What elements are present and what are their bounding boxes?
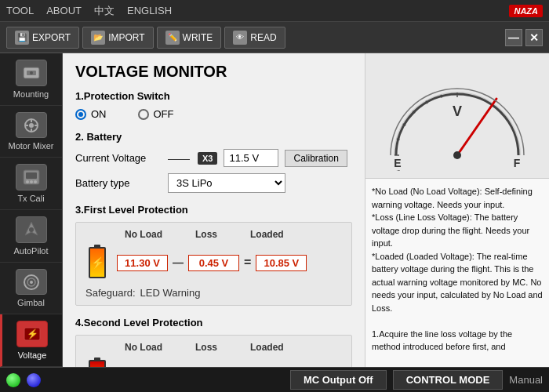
menu-about[interactable]: ABOUT <box>46 5 82 16</box>
radio-on-circle[interactable] <box>75 109 86 120</box>
export-button[interactable]: 💾 EXPORT <box>6 27 79 49</box>
sidebar-item-mounting[interactable]: Mounting <box>0 53 62 106</box>
battery-type-row: Battery type 3S LiPo <box>75 173 352 193</box>
voltage-gauge: V E F <box>379 61 536 171</box>
toolbar: 💾 EXPORT 📂 IMPORT ✏️ WRITE 👁 READ — ✕ <box>0 22 549 53</box>
battery-icon-1: ⚡ <box>85 243 109 282</box>
section3-title: 3.First Level Protection <box>75 204 352 216</box>
x3-badge: X3 <box>198 152 217 165</box>
section-battery: 2. Battery Current Voltage —— X3 Calibra… <box>75 131 352 193</box>
menu-chinese[interactable]: 中文 <box>94 4 115 18</box>
page-title: VOLTAGE MONITOR <box>75 63 352 81</box>
battery-type-select[interactable]: 3S LiPo <box>168 173 285 193</box>
safeguard-value-1: LED Warning <box>140 287 201 299</box>
svg-rect-10 <box>26 172 37 179</box>
second-prot-values: ⚡ 11.10 V — 0.45 V = 10.65 V <box>85 356 342 367</box>
battery-icon-2: ⚡ <box>85 356 109 367</box>
loss-header-2: Loss <box>195 342 250 353</box>
sidebar-motor-mixer-label: Motor Mixer <box>8 141 53 151</box>
svg-line-34 <box>457 99 496 155</box>
sidebar-gimbal-label: Gimbal <box>17 298 45 307</box>
naza-logo: NAZA <box>509 5 543 17</box>
loss-header-1: Loss <box>195 229 250 240</box>
svg-point-4 <box>29 123 34 128</box>
autopilot-icon <box>16 216 47 243</box>
close-button[interactable]: ✕ <box>525 29 543 46</box>
sidebar-voltage-label: Voltage <box>18 350 47 360</box>
radio-group: ON OFF <box>75 108 352 120</box>
no-load-header-2: No Load <box>125 342 195 353</box>
sidebar-item-motor-mixer[interactable]: Motor Mixer <box>0 106 62 158</box>
section-second-protection: 4.Second Level Protection No Load Loss L… <box>75 317 352 367</box>
radio-off-circle[interactable] <box>138 109 149 120</box>
battery-body-1: ⚡ <box>89 247 106 278</box>
read-button[interactable]: 👁 READ <box>224 27 285 49</box>
gauge-f-label: F <box>514 157 521 169</box>
calibration-button[interactable]: Calibration <box>285 150 347 167</box>
mc-output-button[interactable]: MC Output Off <box>290 370 387 390</box>
battery-type-label: Battery type <box>75 177 162 189</box>
import-button[interactable]: 📂 IMPORT <box>82 27 153 49</box>
svg-point-13 <box>34 180 37 183</box>
voltage-input[interactable] <box>224 149 278 167</box>
connector-line: —— <box>168 152 190 165</box>
import-icon: 📂 <box>91 31 105 45</box>
svg-point-12 <box>30 180 33 183</box>
window-controls: — ✕ <box>505 29 543 46</box>
safeguard-row-1: Safeguard: LED Warning <box>85 287 342 299</box>
no-load-val-1: 11.30 V <box>117 255 168 271</box>
motor-mixer-icon <box>16 112 47 139</box>
first-prot-values: ⚡ 11.30 V — 0.45 V = 10.85 V <box>85 243 342 282</box>
status-dot-blue <box>27 373 41 387</box>
info-text-area: *No Load (No Load Voltage): Self-definin… <box>365 179 549 367</box>
main-layout: Mounting Motor Mixer <box>0 53 549 367</box>
loaded-val-1: 10.85 V <box>256 255 307 271</box>
sidebar-item-gimbal[interactable]: Gimbal <box>0 263 62 315</box>
sidebar-item-autopilot[interactable]: AutoPilot <box>0 210 62 263</box>
control-mode-button[interactable]: CONTROL MODE <box>393 370 504 390</box>
first-prot-headers: No Load Loss Loaded <box>85 229 342 240</box>
section2-title: 2. Battery <box>75 131 352 143</box>
sidebar-item-voltage[interactable]: ⚡ Voltage <box>0 314 62 367</box>
svg-text:⚡: ⚡ <box>27 328 38 339</box>
section1-title: 1.Protection Switch <box>75 90 352 102</box>
dash-1: — <box>173 256 184 269</box>
menu-english[interactable]: ENGLISH <box>127 5 172 16</box>
right-panel: V E F *No Load (No Load Voltage): Self-d… <box>365 53 549 367</box>
svg-point-2 <box>30 71 33 74</box>
safeguard-label-1: Safeguard: <box>85 287 136 299</box>
svg-point-35 <box>453 151 461 159</box>
voltage-icon: ⚡ <box>16 321 48 347</box>
sidebar-item-tx-cal[interactable]: Tx Cali <box>0 158 62 210</box>
mode-value: Manual <box>509 374 543 386</box>
sidebar: Mounting Motor Mixer <box>0 53 63 367</box>
battery-body-2: ⚡ <box>89 360 106 367</box>
read-icon: 👁 <box>233 31 247 45</box>
gimbal-icon <box>16 269 47 296</box>
mounting-icon <box>16 60 47 86</box>
section-first-protection: 3.First Level Protection No Load Loss Lo… <box>75 204 352 306</box>
menu-bar: TOOL ABOUT 中文 ENGLISH NAZA <box>0 0 549 22</box>
svg-point-15 <box>29 227 34 232</box>
loss-val-1: 0.45 V <box>188 255 239 271</box>
content-area: VOLTAGE MONITOR 1.Protection Switch ON O… <box>63 53 549 367</box>
write-button[interactable]: ✏️ WRITE <box>157 27 222 49</box>
radio-off-label[interactable]: OFF <box>138 108 174 120</box>
tx-cal-icon <box>16 164 47 191</box>
lightning-1: ⚡ <box>91 256 104 269</box>
loaded-header-2: Loaded <box>250 342 321 353</box>
second-prot-headers: No Load Loss Loaded <box>85 342 342 353</box>
menu-tool[interactable]: TOOL <box>6 5 34 16</box>
radio-on-label[interactable]: ON <box>75 108 107 120</box>
svg-point-18 <box>30 281 33 284</box>
current-voltage-label: Current Voltage <box>75 152 162 164</box>
status-bar: MC Output Off CONTROL MODE Manual <box>0 367 549 392</box>
first-protection-box: No Load Loss Loaded ⚡ 11.30 V — 0.45 V <box>75 222 352 306</box>
minimize-button[interactable]: — <box>505 29 522 46</box>
sidebar-tx-cal-label: Tx Cali <box>17 194 44 203</box>
second-protection-box: No Load Loss Loaded ⚡ 11.10 V — 0.45 V <box>75 335 352 367</box>
svg-point-11 <box>26 180 29 183</box>
current-voltage-row: Current Voltage —— X3 Calibration <box>75 149 352 167</box>
write-icon: ✏️ <box>165 31 180 45</box>
gauge-area: V E F <box>365 53 549 179</box>
